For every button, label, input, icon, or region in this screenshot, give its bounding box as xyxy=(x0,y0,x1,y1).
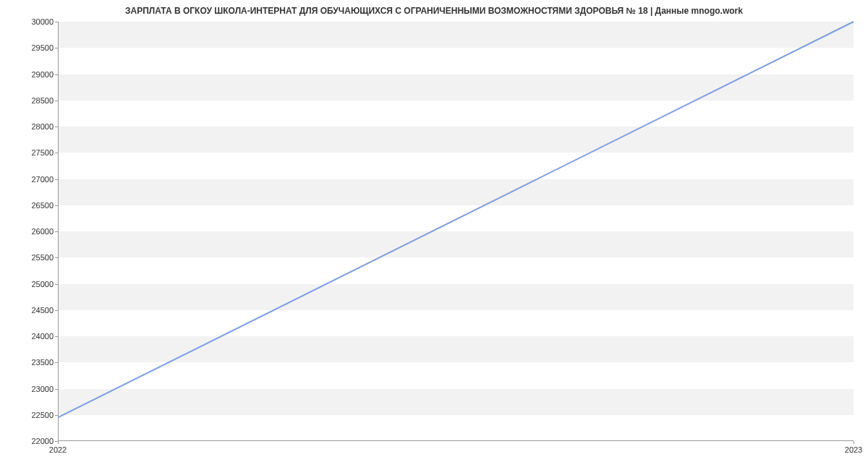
y-tick-label: 30000 xyxy=(3,17,54,26)
x-tick-label: 2023 xyxy=(845,445,862,454)
y-tick-mark xyxy=(55,153,58,153)
y-tick-label: 29000 xyxy=(3,70,54,79)
x-tick-label: 2022 xyxy=(49,445,67,454)
y-tick-mark xyxy=(55,336,58,337)
y-tick-label: 28500 xyxy=(3,96,54,105)
y-tick-mark xyxy=(55,127,58,127)
data-line xyxy=(58,22,854,417)
y-tick-mark xyxy=(55,257,58,258)
y-tick-label: 23500 xyxy=(3,358,54,367)
y-tick-label: 24500 xyxy=(3,306,54,315)
y-tick-mark xyxy=(55,389,58,390)
y-tick-label: 25000 xyxy=(3,280,54,289)
y-tick-mark xyxy=(55,74,58,75)
y-tick-mark xyxy=(55,48,58,48)
chart-title: ЗАРПЛАТА В ОГКОУ ШКОЛА-ИНТЕРНАТ ДЛЯ ОБУЧ… xyxy=(0,6,868,16)
chart-container: ЗАРПЛАТА В ОГКОУ ШКОЛА-ИНТЕРНАТ ДЛЯ ОБУЧ… xyxy=(0,0,868,470)
y-tick-label: 24000 xyxy=(3,332,54,341)
y-tick-mark xyxy=(55,179,58,180)
y-tick-label: 26000 xyxy=(3,227,54,236)
y-tick-mark xyxy=(55,101,58,101)
y-tick-mark xyxy=(55,205,58,206)
y-tick-mark xyxy=(55,310,58,311)
chart-line-svg xyxy=(58,22,854,441)
y-tick-mark xyxy=(55,362,58,363)
x-tick-mark xyxy=(58,441,59,444)
y-tick-label: 22000 xyxy=(3,437,54,445)
x-tick-mark xyxy=(854,441,854,444)
y-tick-mark xyxy=(55,415,58,416)
y-tick-label: 27500 xyxy=(3,148,54,157)
y-tick-label: 22500 xyxy=(3,411,54,419)
y-tick-mark xyxy=(55,284,58,285)
y-tick-label: 26500 xyxy=(3,201,54,210)
y-tick-label: 23000 xyxy=(3,385,54,393)
y-tick-mark xyxy=(55,22,58,22)
y-tick-label: 28000 xyxy=(3,122,54,131)
y-tick-label: 29500 xyxy=(3,43,54,52)
y-tick-label: 25500 xyxy=(3,253,54,262)
plot-area xyxy=(58,22,854,441)
y-tick-label: 27000 xyxy=(3,175,54,184)
y-tick-mark xyxy=(55,231,58,232)
